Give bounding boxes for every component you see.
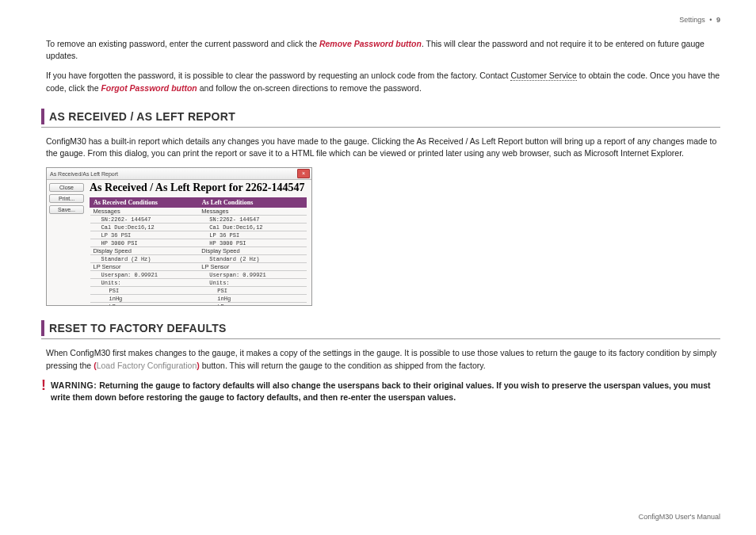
cell-as-left: kPa [198, 303, 306, 306]
window-buttons: × [296, 169, 310, 178]
table-row: Units:Units: [90, 279, 307, 287]
report-table: As Received Conditions As Left Condition… [90, 197, 307, 306]
section-rule [41, 127, 720, 128]
table-row: kPakPa [90, 303, 307, 306]
cell-as-left: Userspan: 0.99921 [198, 271, 306, 279]
cell-as-left: Messages [198, 208, 306, 216]
footer-manual-title: ConfigM30 User's Manual [639, 513, 720, 521]
print-button[interactable]: Print... [49, 194, 84, 203]
dialog-sidebar: Close Print... Save... [47, 180, 86, 306]
dialog-window-title: As Received/As Left Report [50, 171, 118, 177]
cell-as-received: Display Speed [90, 247, 199, 255]
table-row: SN:2262- 144547SN:2262- 144547 [90, 216, 307, 224]
th-as-received: As Received Conditions [90, 198, 199, 208]
table-row: inHginHg [90, 295, 307, 303]
cell-as-received: Userspan: 0.99921 [90, 271, 199, 279]
report-dialog-screenshot: As Received/As Left Report × Close Print… [46, 167, 312, 306]
text: To remove an existing password, enter th… [46, 39, 319, 48]
cell-as-received: LP 36 PSI [90, 231, 199, 239]
intro-paragraph-2: If you have forgotten the password, it i… [46, 70, 720, 94]
table-row: PSIPSI [90, 287, 307, 295]
dialog-main: As Received / As Left Report for 2262-14… [86, 180, 311, 306]
cell-as-received: Units: [90, 279, 199, 287]
cell-as-received: HP 3000 PSI [90, 239, 199, 247]
table-row: LP SensorLP Sensor [90, 263, 307, 271]
cell-as-received: Cal Due:Dec16,12 [90, 224, 199, 231]
cell-as-left: Units: [198, 279, 306, 287]
table-row: Display SpeedDisplay Speed [90, 247, 307, 255]
cell-as-left: Standard (2 Hz) [198, 255, 306, 263]
section1-paragraph: ConfigM30 has a built-in report which de… [46, 136, 720, 159]
table-row: Userspan: 0.99921Userspan: 0.99921 [90, 271, 307, 279]
table-row: Cal Due:Dec16,12Cal Due:Dec16,12 [90, 224, 307, 231]
cell-as-left: inHg [198, 295, 306, 303]
cell-as-received: PSI [90, 287, 199, 295]
cell-as-left: Display Speed [198, 247, 306, 255]
cell-as-left: LP Sensor [198, 263, 306, 271]
page-header: Settings • 9 [41, 16, 720, 24]
warning-label: WARNING: [51, 380, 97, 390]
text: and follow the on-screen directions to r… [197, 83, 422, 93]
dialog-titlebar: As Received/As Left Report × [47, 168, 311, 180]
load-factory-button-ref: Load Factory Configuration [97, 361, 197, 370]
cell-as-received: LP Sensor [90, 263, 199, 271]
cell-as-received: Messages [90, 208, 199, 216]
table-row: Standard (2 Hz)Standard (2 Hz) [90, 255, 307, 263]
cell-as-received: SN:2262- 144547 [90, 216, 199, 224]
section-title-reset: RESET TO FACTORY DEFAULTS [41, 320, 720, 336]
cell-as-received: kPa [90, 303, 199, 306]
save-button[interactable]: Save... [49, 205, 84, 214]
close-icon[interactable]: × [297, 169, 310, 178]
customer-service-link[interactable]: Customer Service [510, 71, 576, 81]
section2-paragraph: When ConfigM30 first makes changes to th… [46, 347, 720, 371]
cell-as-left: PSI [198, 287, 306, 295]
cell-as-left: LP 36 PSI [198, 231, 306, 239]
text: button. This will return the gauge to th… [200, 361, 486, 370]
section-title-as-received: AS RECEIVED / AS LEFT REPORT [41, 109, 720, 124]
header-section: Settings [679, 16, 705, 24]
cell-as-left: SN:2262- 144547 [198, 216, 306, 224]
warning-block: ! WARNING: Returning the gauge to factor… [41, 380, 720, 403]
cell-as-left: Cal Due:Dec16,12 [198, 224, 306, 231]
table-row: HP 3000 PSIHP 3000 PSI [90, 239, 307, 247]
header-bullet: • [709, 16, 712, 24]
table-row: LP 36 PSILP 36 PSI [90, 231, 307, 239]
cell-as-left: HP 3000 PSI [198, 239, 306, 247]
header-page-number: 9 [716, 16, 720, 24]
close-button[interactable]: Close [49, 183, 84, 192]
warning-text: WARNING: Returning the gauge to factory … [51, 380, 720, 403]
table-row: MessagesMessages [90, 208, 307, 216]
section-rule [41, 338, 720, 339]
cell-as-received: inHg [90, 295, 199, 303]
warning-icon: ! [41, 378, 46, 392]
forgot-password-button-ref: Forgot Password button [101, 83, 197, 93]
remove-password-button-ref: Remove Password button [319, 39, 422, 48]
dialog-report-title: As Received / As Left Report for 2262-14… [90, 182, 307, 194]
th-as-left: As Left Conditions [198, 198, 306, 208]
intro-paragraph-1: To remove an existing password, enter th… [46, 38, 720, 62]
cell-as-received: Standard (2 Hz) [90, 255, 199, 263]
warning-body: Returning the gauge to factory defaults … [51, 380, 711, 402]
text: If you have forgotten the password, it i… [46, 71, 510, 80]
